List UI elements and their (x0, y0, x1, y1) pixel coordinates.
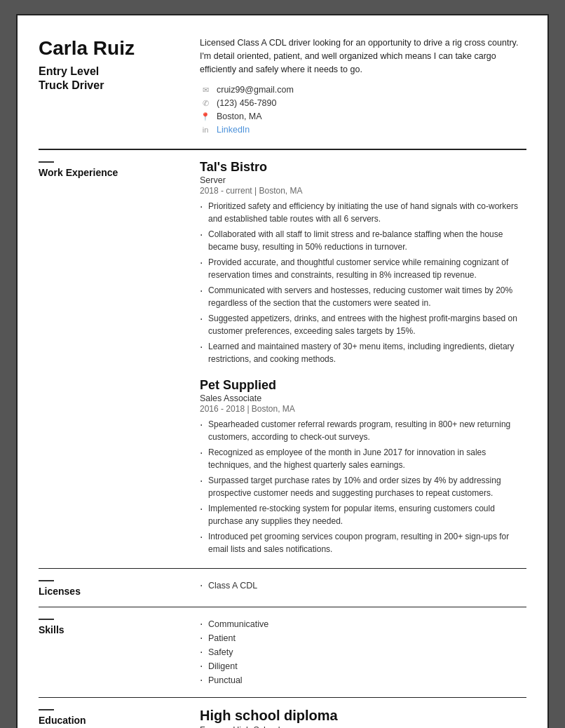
work-experience-label: Work Experience (39, 167, 179, 178)
candidate-name: Carla Ruiz (39, 36, 179, 60)
education-section: Education High school diploma Fenway Hig… (39, 698, 526, 728)
bullet-item: Surpassed target purchase rates by 10% a… (200, 474, 526, 499)
job-pet-supplied: Pet Supplied Sales Associate 2016 - 2018… (200, 378, 526, 555)
email-icon: ✉ (200, 84, 211, 95)
education-school: Fenway High School (200, 725, 526, 728)
job-tals-bistro: Tal's Bistro Server 2018 - current | Bos… (200, 160, 526, 365)
company-name-tals: Tal's Bistro (200, 160, 526, 175)
contact-email: ✉ cruiz99@gmail.com (200, 84, 526, 95)
licenses-label-block: Licenses (39, 579, 179, 597)
section-dash (39, 619, 54, 620)
section-dash (39, 709, 54, 710)
linkedin-link[interactable]: LinkedIn (217, 125, 250, 135)
company-name-pet: Pet Supplied (200, 378, 526, 393)
contact-location: 📍 Boston, MA (200, 111, 526, 122)
licenses-list: Class A CDL (200, 579, 526, 593)
section-dash (39, 161, 54, 163)
skills-section: Skills Communicative Patient Safety Dili… (39, 607, 526, 698)
job-bullets-pet: Spearheaded customer referral rewards pr… (200, 418, 526, 555)
bullet-item: Collaborated with all staff to limit str… (200, 228, 526, 253)
bullet-item: Prioritized safety and efficiency by ini… (200, 200, 526, 225)
header-section: Carla Ruiz Entry Level Truck Driver Lice… (39, 36, 526, 150)
skill-item: Patient (200, 631, 526, 645)
bullet-item: Communicated with servers and hostesses,… (200, 284, 526, 309)
bullet-item: Recognized as employee of the month in J… (200, 446, 526, 471)
licenses-content: Class A CDL (200, 579, 526, 597)
location-icon: 📍 (200, 111, 211, 122)
bullet-item: Provided accurate, and thoughtful custom… (200, 256, 526, 281)
skills-label: Skills (39, 624, 179, 635)
skills-content: Communicative Patient Safety Diligent Pu… (200, 617, 526, 687)
bullet-item: Spearheaded customer referral rewards pr… (200, 418, 526, 443)
work-experience-section: Work Experience Tal's Bistro Server 2018… (39, 150, 526, 569)
contact-phone: ✆ (123) 456-7890 (200, 97, 526, 109)
bullet-item: Implemented re-stocking system for popul… (200, 502, 526, 527)
bullet-item: Introduced pet grooming services coupon … (200, 530, 526, 555)
skills-list: Communicative Patient Safety Diligent Pu… (200, 617, 526, 687)
license-item: Class A CDL (200, 579, 526, 593)
job-title-sales: Sales Associate (200, 393, 526, 403)
job-bullets-tals: Prioritized safety and efficiency by ini… (200, 200, 526, 365)
section-dash (39, 580, 54, 581)
skill-item: Punctual (200, 673, 526, 687)
work-experience-label-block: Work Experience (39, 160, 179, 558)
summary-text: Licensed Class A CDL driver looking for … (200, 36, 526, 76)
name-title-block: Carla Ruiz Entry Level Truck Driver (39, 36, 179, 137)
education-label: Education (39, 715, 179, 726)
job-title-server: Server (200, 175, 526, 185)
work-experience-content: Tal's Bistro Server 2018 - current | Bos… (200, 160, 526, 558)
licenses-section: Licenses Class A CDL (39, 569, 526, 607)
licenses-label: Licenses (39, 586, 179, 597)
resume-document: Carla Ruiz Entry Level Truck Driver Lice… (16, 14, 549, 728)
skills-label-block: Skills (39, 617, 179, 687)
linkedin-icon: in (200, 124, 211, 135)
job-meta-pet: 2016 - 2018 | Boston, MA (200, 404, 526, 414)
candidate-title: Entry Level Truck Driver (39, 65, 179, 94)
contact-linkedin[interactable]: in LinkedIn (200, 124, 526, 135)
job-meta-tals: 2018 - current | Boston, MA (200, 186, 526, 196)
skill-item: Safety (200, 645, 526, 659)
contact-summary-block: Licensed Class A CDL driver looking for … (200, 36, 526, 137)
education-label-block: Education (39, 708, 179, 728)
education-degree: High school diploma (200, 708, 526, 724)
contact-list: ✉ cruiz99@gmail.com ✆ (123) 456-7890 📍 B… (200, 84, 526, 135)
bullet-item: Learned and maintained mastery of 30+ me… (200, 340, 526, 365)
bullet-item: Suggested appetizers, drinks, and entree… (200, 312, 526, 337)
skill-item: Diligent (200, 659, 526, 673)
skill-item: Communicative (200, 617, 526, 631)
phone-icon: ✆ (200, 97, 211, 109)
education-content: High school diploma Fenway High School 2… (200, 708, 526, 728)
